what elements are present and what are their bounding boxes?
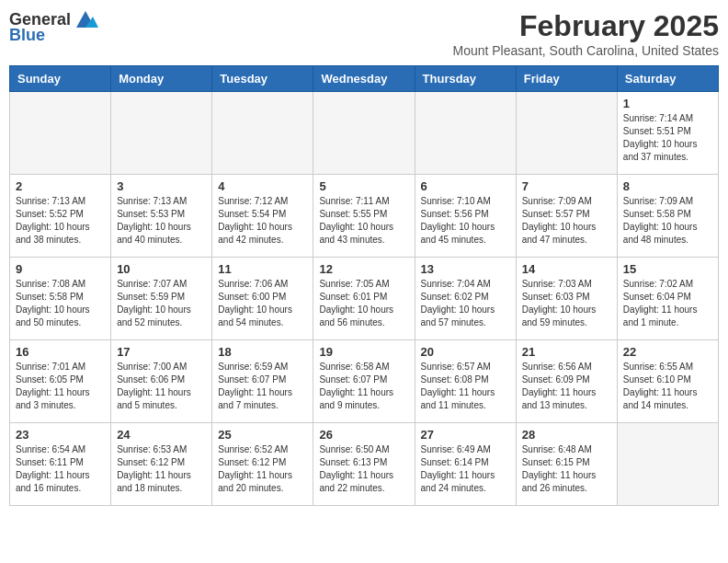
- week-row-3: 16Sunrise: 7:01 AM Sunset: 6:05 PM Dayli…: [10, 340, 719, 423]
- title-area: February 2025 Mount Pleasant, South Caro…: [452, 9, 719, 58]
- day-info: Sunrise: 7:06 AM Sunset: 6:00 PM Dayligh…: [218, 278, 307, 329]
- calendar-title: February 2025: [452, 9, 719, 43]
- week-row-1: 2Sunrise: 7:13 AM Sunset: 5:52 PM Daylig…: [10, 175, 719, 258]
- day-number: 10: [117, 262, 206, 276]
- day-info: Sunrise: 7:13 AM Sunset: 5:52 PM Dayligh…: [16, 195, 105, 247]
- calendar-cell-8: 8Sunrise: 7:09 AM Sunset: 5:58 PM Daylig…: [617, 175, 718, 258]
- calendar-cell-18: 18Sunrise: 6:59 AM Sunset: 6:07 PM Dayli…: [212, 340, 313, 423]
- calendar-cell-empty: [313, 92, 415, 175]
- day-info: Sunrise: 7:14 AM Sunset: 5:51 PM Dayligh…: [623, 112, 712, 164]
- calendar-cell-17: 17Sunrise: 7:00 AM Sunset: 6:06 PM Dayli…: [111, 340, 212, 423]
- day-info: Sunrise: 6:56 AM Sunset: 6:09 PM Dayligh…: [522, 361, 611, 412]
- day-info: Sunrise: 7:00 AM Sunset: 6:06 PM Dayligh…: [117, 361, 206, 412]
- calendar-cell-15: 15Sunrise: 7:02 AM Sunset: 6:04 PM Dayli…: [617, 258, 718, 340]
- day-info: Sunrise: 7:13 AM Sunset: 5:53 PM Dayligh…: [117, 195, 206, 247]
- calendar-cell-11: 11Sunrise: 7:06 AM Sunset: 6:00 PM Dayli…: [212, 258, 313, 340]
- day-info: Sunrise: 7:09 AM Sunset: 5:57 PM Dayligh…: [522, 195, 611, 247]
- logo-blue-text: Blue: [9, 26, 45, 45]
- weekday-header-tuesday: Tuesday: [212, 66, 313, 92]
- calendar-cell-9: 9Sunrise: 7:08 AM Sunset: 5:58 PM Daylig…: [10, 258, 111, 340]
- calendar-cell-28: 28Sunrise: 6:48 AM Sunset: 6:15 PM Dayli…: [516, 423, 617, 506]
- calendar-cell-empty: [415, 92, 516, 175]
- logo: General Blue: [9, 9, 98, 45]
- calendar-cell-5: 5Sunrise: 7:11 AM Sunset: 5:55 PM Daylig…: [313, 175, 415, 258]
- day-info: Sunrise: 6:55 AM Sunset: 6:10 PM Dayligh…: [623, 361, 712, 412]
- calendar-cell-4: 4Sunrise: 7:12 AM Sunset: 5:54 PM Daylig…: [212, 175, 313, 258]
- calendar-cell-19: 19Sunrise: 6:58 AM Sunset: 6:07 PM Dayli…: [313, 340, 415, 423]
- weekday-header-saturday: Saturday: [617, 66, 718, 92]
- day-info: Sunrise: 6:54 AM Sunset: 6:11 PM Dayligh…: [16, 443, 105, 495]
- page-header: General Blue February 2025 Mount Pleasan…: [9, 9, 719, 58]
- day-number: 15: [623, 262, 712, 276]
- day-number: 1: [623, 97, 712, 110]
- weekday-header-row: SundayMondayTuesdayWednesdayThursdayFrid…: [10, 66, 719, 92]
- weekday-header-wednesday: Wednesday: [313, 66, 415, 92]
- day-number: 4: [218, 179, 307, 193]
- day-number: 23: [16, 428, 105, 442]
- day-number: 5: [319, 179, 408, 193]
- day-info: Sunrise: 7:03 AM Sunset: 6:03 PM Dayligh…: [522, 278, 611, 329]
- calendar-cell-25: 25Sunrise: 6:52 AM Sunset: 6:12 PM Dayli…: [212, 423, 313, 506]
- day-number: 12: [319, 262, 408, 276]
- calendar-cell-1: 1Sunrise: 7:14 AM Sunset: 5:51 PM Daylig…: [617, 92, 718, 175]
- calendar-cell-20: 20Sunrise: 6:57 AM Sunset: 6:08 PM Dayli…: [415, 340, 516, 423]
- day-number: 21: [522, 345, 611, 359]
- calendar-cell-2: 2Sunrise: 7:13 AM Sunset: 5:52 PM Daylig…: [10, 175, 111, 258]
- week-row-0: 1Sunrise: 7:14 AM Sunset: 5:51 PM Daylig…: [10, 92, 719, 175]
- day-info: Sunrise: 6:53 AM Sunset: 6:12 PM Dayligh…: [117, 443, 206, 495]
- weekday-header-friday: Friday: [516, 66, 617, 92]
- day-number: 18: [218, 345, 307, 359]
- day-info: Sunrise: 6:59 AM Sunset: 6:07 PM Dayligh…: [218, 361, 307, 412]
- calendar-cell-7: 7Sunrise: 7:09 AM Sunset: 5:57 PM Daylig…: [516, 175, 617, 258]
- day-info: Sunrise: 7:07 AM Sunset: 5:59 PM Dayligh…: [117, 278, 206, 329]
- day-info: Sunrise: 7:10 AM Sunset: 5:56 PM Dayligh…: [421, 195, 510, 247]
- day-info: Sunrise: 6:52 AM Sunset: 6:12 PM Dayligh…: [218, 443, 307, 495]
- day-info: Sunrise: 6:48 AM Sunset: 6:15 PM Dayligh…: [522, 443, 611, 495]
- day-number: 7: [522, 179, 611, 193]
- day-number: 3: [117, 179, 206, 193]
- day-number: 28: [522, 428, 611, 442]
- calendar-cell-empty: [10, 92, 111, 175]
- day-number: 25: [218, 428, 307, 442]
- calendar-subtitle: Mount Pleasant, South Carolina, United S…: [452, 43, 719, 58]
- day-number: 11: [218, 262, 307, 276]
- day-number: 14: [522, 262, 611, 276]
- week-row-4: 23Sunrise: 6:54 AM Sunset: 6:11 PM Dayli…: [10, 423, 719, 506]
- day-number: 8: [623, 179, 712, 193]
- day-info: Sunrise: 6:49 AM Sunset: 6:14 PM Dayligh…: [421, 443, 510, 495]
- day-info: Sunrise: 7:01 AM Sunset: 6:05 PM Dayligh…: [16, 361, 105, 412]
- calendar-cell-26: 26Sunrise: 6:50 AM Sunset: 6:13 PM Dayli…: [313, 423, 415, 506]
- calendar-cell-22: 22Sunrise: 6:55 AM Sunset: 6:10 PM Dayli…: [617, 340, 718, 423]
- day-number: 9: [16, 262, 105, 276]
- day-info: Sunrise: 7:09 AM Sunset: 5:58 PM Dayligh…: [623, 195, 712, 247]
- day-number: 22: [623, 345, 712, 359]
- calendar-cell-27: 27Sunrise: 6:49 AM Sunset: 6:14 PM Dayli…: [415, 423, 516, 506]
- day-info: Sunrise: 7:12 AM Sunset: 5:54 PM Dayligh…: [218, 195, 307, 247]
- calendar-cell-16: 16Sunrise: 7:01 AM Sunset: 6:05 PM Dayli…: [10, 340, 111, 423]
- weekday-header-thursday: Thursday: [415, 66, 516, 92]
- day-number: 6: [421, 179, 510, 193]
- calendar-cell-empty: [617, 423, 718, 506]
- day-number: 24: [117, 428, 206, 442]
- weekday-header-monday: Monday: [111, 66, 212, 92]
- day-info: Sunrise: 7:08 AM Sunset: 5:58 PM Dayligh…: [16, 278, 105, 329]
- day-number: 13: [421, 262, 510, 276]
- day-number: 19: [319, 345, 408, 359]
- day-number: 27: [421, 428, 510, 442]
- weekday-header-sunday: Sunday: [10, 66, 111, 92]
- day-info: Sunrise: 7:11 AM Sunset: 5:55 PM Dayligh…: [319, 195, 408, 247]
- day-info: Sunrise: 7:05 AM Sunset: 6:01 PM Dayligh…: [319, 278, 408, 329]
- calendar-cell-6: 6Sunrise: 7:10 AM Sunset: 5:56 PM Daylig…: [415, 175, 516, 258]
- calendar-cell-10: 10Sunrise: 7:07 AM Sunset: 5:59 PM Dayli…: [111, 258, 212, 340]
- day-info: Sunrise: 7:04 AM Sunset: 6:02 PM Dayligh…: [421, 278, 510, 329]
- day-number: 20: [421, 345, 510, 359]
- calendar-cell-14: 14Sunrise: 7:03 AM Sunset: 6:03 PM Dayli…: [516, 258, 617, 340]
- calendar-cell-21: 21Sunrise: 6:56 AM Sunset: 6:09 PM Dayli…: [516, 340, 617, 423]
- logo-icon: [73, 9, 98, 29]
- calendar-table: SundayMondayTuesdayWednesdayThursdayFrid…: [9, 65, 719, 506]
- calendar-cell-12: 12Sunrise: 7:05 AM Sunset: 6:01 PM Dayli…: [313, 258, 415, 340]
- calendar-cell-13: 13Sunrise: 7:04 AM Sunset: 6:02 PM Dayli…: [415, 258, 516, 340]
- day-info: Sunrise: 6:57 AM Sunset: 6:08 PM Dayligh…: [421, 361, 510, 412]
- calendar-cell-3: 3Sunrise: 7:13 AM Sunset: 5:53 PM Daylig…: [111, 175, 212, 258]
- calendar-cell-empty: [212, 92, 313, 175]
